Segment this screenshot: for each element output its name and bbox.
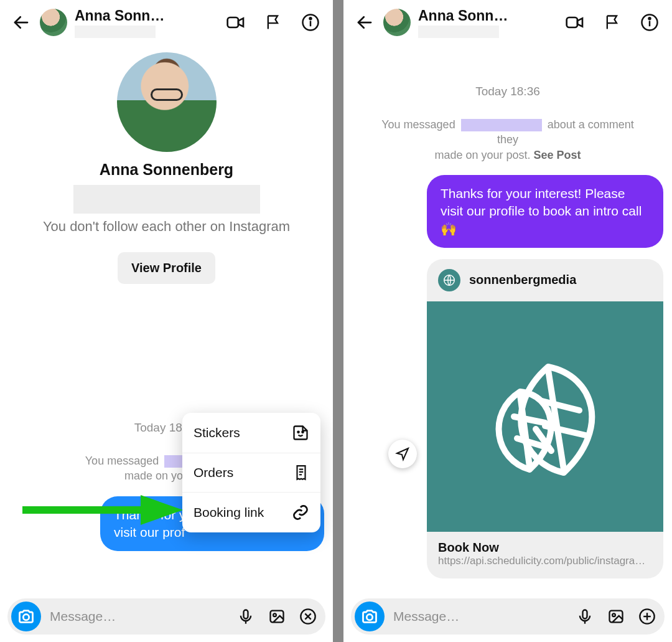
post-footer: Book Now https://api.schedulicity.com/pu… [427, 532, 663, 578]
close-circle-icon [299, 608, 317, 625]
link-icon [292, 504, 309, 521]
input-bar-actions [575, 607, 657, 626]
svg-point-5 [297, 432, 299, 433]
profile-full-name: Anna Sonnenberg [100, 161, 233, 179]
camera-icon [361, 608, 378, 625]
message-input[interactable] [393, 609, 566, 624]
info-icon [301, 13, 320, 32]
header-name: Anna Sonn… [75, 7, 164, 24]
camera-icon [17, 608, 35, 625]
popup-stickers[interactable]: Stickers [182, 413, 320, 453]
flag-button[interactable] [263, 12, 283, 32]
svg-point-23 [649, 17, 651, 19]
gallery-button[interactable] [267, 607, 287, 626]
outgoing-message-bubble[interactable]: Thanks for your interest! Please visit o… [427, 175, 663, 248]
sticker-icon [292, 424, 309, 441]
svg-point-6 [302, 432, 303, 433]
svg-point-4 [310, 17, 312, 19]
system-prefix: You messaged [381, 118, 455, 131]
shared-post-card[interactable]: sonnenbergmedia Book Now https://api.sc [427, 259, 663, 578]
add-button[interactable] [637, 607, 657, 626]
post-avatar [438, 269, 460, 291]
post-image [427, 301, 663, 532]
right-pane: Anna Sonn… Today 18:36 You messaged abou… [343, 0, 672, 642]
post-url: https://api.schedulicity.com/public/inst… [438, 555, 652, 567]
receipt-icon [293, 465, 309, 481]
camera-button[interactable] [355, 602, 385, 631]
bubble-line2: visit our prof [114, 525, 185, 539]
microphone-icon [237, 608, 254, 625]
post-cta[interactable]: Book Now [438, 541, 652, 555]
header-subtitle-redacted [418, 26, 499, 38]
post-handle: sonnenbergmedia [469, 273, 576, 287]
video-icon [226, 12, 246, 32]
svg-point-15 [273, 613, 276, 616]
chat-header: Anna Sonn… [343, 0, 672, 41]
input-bar-actions [236, 607, 318, 626]
chat-timestamp: Today 18:36 [352, 85, 663, 98]
share-button[interactable] [388, 440, 417, 468]
popup-stickers-label: Stickers [194, 425, 240, 440]
message-input[interactable] [50, 609, 227, 624]
svg-point-32 [366, 615, 372, 620]
gallery-button[interactable] [606, 607, 626, 626]
camera-button[interactable] [11, 602, 41, 631]
info-button[interactable] [640, 12, 660, 32]
header-actions [226, 12, 325, 32]
chat-header: Anna Sonn… [0, 0, 333, 41]
profile-subtitle-redacted [73, 185, 260, 214]
plus-circle-icon [638, 608, 656, 625]
popup-orders[interactable]: Orders [182, 453, 320, 492]
header-subtitle-redacted [75, 26, 156, 38]
info-button[interactable] [301, 12, 320, 32]
arrow-left-icon [12, 13, 30, 32]
video-call-button[interactable] [565, 12, 585, 32]
svg-point-11 [23, 615, 29, 620]
header-title-block[interactable]: Anna Sonn… [416, 7, 565, 38]
globe-icon [442, 273, 456, 287]
video-call-button[interactable] [226, 12, 246, 32]
header-actions [565, 12, 665, 32]
attachment-popup: Stickers Orders Booking link [182, 413, 320, 532]
chat-scroll[interactable]: Anna Sonnenberg You don't follow each ot… [0, 41, 333, 591]
profile-avatar[interactable] [117, 52, 217, 152]
post-header: sonnenbergmedia [427, 259, 663, 301]
popup-booking-link[interactable]: Booking link [182, 492, 320, 532]
system-message: You messaged about a comment they made o… [352, 117, 663, 163]
see-post-link[interactable]: See Post [534, 149, 581, 161]
paper-plane-icon [395, 446, 410, 461]
message-input-bar [351, 598, 665, 635]
message-input-bar [7, 598, 325, 635]
bubble-line1: Thanks for y [114, 507, 186, 522]
svg-rect-12 [244, 610, 248, 619]
flag-icon [604, 14, 621, 31]
popup-orders-label: Orders [194, 465, 233, 480]
header-avatar[interactable] [383, 9, 411, 36]
left-pane: Anna Sonn… Anna Sonnenberg You don't fol… [0, 0, 333, 642]
flag-button[interactable] [602, 12, 622, 32]
leaf-logo-icon [467, 339, 623, 494]
close-attachments-button[interactable] [298, 607, 318, 626]
popup-booking-label: Booking link [194, 505, 264, 520]
chat-scroll[interactable]: Today 18:36 You messaged about a comment… [343, 41, 672, 591]
header-title-block[interactable]: Anna Sonn… [72, 7, 226, 38]
back-button[interactable] [7, 13, 35, 32]
back-button[interactable] [351, 13, 378, 32]
info-icon [640, 13, 659, 32]
svg-rect-20 [567, 17, 577, 27]
header-avatar[interactable] [40, 9, 67, 36]
image-icon [268, 608, 286, 625]
system-prefix: You messaged [85, 455, 159, 467]
follow-status: You don't follow each other on Instagram [43, 219, 290, 235]
microphone-icon [576, 608, 594, 625]
system-redacted [461, 119, 542, 131]
pane-divider [333, 0, 343, 642]
view-profile-button[interactable]: View Profile [118, 252, 215, 284]
image-icon [607, 608, 625, 625]
arrow-left-icon [355, 13, 374, 32]
voice-button[interactable] [236, 607, 256, 626]
system-line2: made on your post. [434, 149, 530, 161]
svg-rect-33 [583, 610, 587, 619]
voice-button[interactable] [575, 607, 595, 626]
header-name: Anna Sonn… [418, 7, 508, 24]
